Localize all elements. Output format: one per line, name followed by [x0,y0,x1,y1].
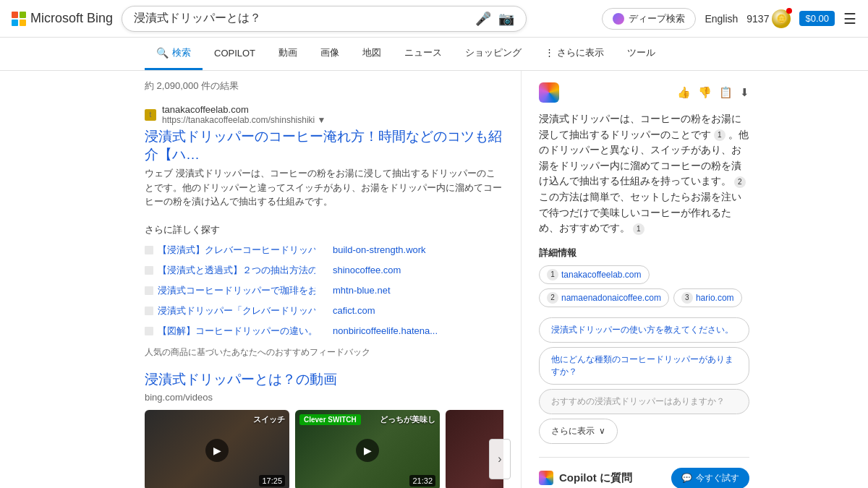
copilot-summary-text: 浸漬式ドリッパーは、コーヒーの粉をお湯に浸して抽出するドリッパーのことです 1 … [539,111,749,236]
copy-button[interactable]: 📋 [719,86,733,99]
show-more-button[interactable]: さらに表示 ∨ [539,419,618,444]
tab-tools[interactable]: ツール [616,38,667,70]
language-button[interactable]: English [705,13,738,25]
chip-num-1: 1 [547,269,558,281]
header: Microsoft Bing 🎤 📷 ディープ検索 English 9137 🪙… [0,0,868,38]
sub-link-favicon [145,246,153,254]
logo-sq-yellow [20,20,26,26]
source-domain: tanakacoffeelab.com [162,104,326,115]
detail-chips: 1 tanakacoffeelab.com 2 namaenadonaicoff… [539,265,749,307]
logo-sq-red [12,12,18,18]
source-info: tanakacoffeelab.com https://tanakacoffee… [162,104,326,125]
video-card[interactable]: Clever SWITCH ▶ どっちが美味し 21:32 【浸漬ドリッパー徹底… [295,410,440,488]
sub-link[interactable]: 【図解】コーヒードリッパーの違い。穴の数は関係 ... [145,322,315,341]
tab-search-label: 検索 [172,46,191,59]
chip-num-3: 3 [681,292,693,304]
mic-icon[interactable]: 🎤 [475,11,491,27]
videos-next-button[interactable]: › [489,439,511,479]
deep-search-label: ディープ検索 [629,12,685,25]
results-column: 約 2,090,000 件の結果 t tanakacoffeelab.com h… [0,71,521,488]
tab-shopping[interactable]: ショッピング [454,38,533,70]
header-right: ディープ検索 English 9137 🪙 $0.00 ☰ [602,8,856,30]
sub-link[interactable]: 浸漬式コーヒードリッパーで珈琲をお手軽に【購入 ... [145,281,315,300]
results-count: 約 2,090,000 件の結果 [145,80,503,93]
hamburger-menu-button[interactable]: ☰ [843,10,856,27]
points-value: 9137 [746,13,769,25]
notification-dot [786,8,792,14]
tab-map[interactable]: 地図 [351,38,393,70]
deep-search-button[interactable]: ディープ検索 [602,8,696,30]
copilot-actions: 👍 👎 📋 ⬇ [677,86,749,99]
sub-link-favicon [145,327,153,335]
video-thumbnail: ▶ スイッチ 17:25 [145,410,289,488]
sub-link-domain[interactable]: cafict.com [333,301,503,320]
suggestion-chip-1[interactable]: 浸漬式ドリッパーの使い方を教えてください。 [539,317,749,343]
camera-icon[interactable]: 📷 [498,11,514,27]
search-bar[interactable]: 🎤 📷 [122,6,527,32]
video-badge: Clever SWITCH [299,414,361,425]
microsoft-logo [12,12,26,26]
tab-copilot[interactable]: COPILOT [203,39,267,69]
play-button[interactable]: ▶ [205,439,229,462]
sub-link-domain[interactable]: shinocoffee.com [333,261,503,280]
detail-header: 詳細情報 [539,247,749,260]
thumbs-up-button[interactable]: 👍 [677,86,691,99]
copilot-ask-header: Copilot に質問 💬 今すぐ試す [539,468,749,488]
chip-label-1: tanakacoffeelab.com [561,270,642,280]
tab-shopping-label: ショッピング [465,46,522,59]
try-now-button[interactable]: 💬 今すぐ試す [671,468,749,488]
tab-more[interactable]: ⋮ さらに表示 [533,38,616,70]
tab-video-label: 動画 [278,46,297,59]
tab-search[interactable]: 🔍 検索 [145,38,203,70]
sub-link-domain[interactable]: build-on-strength.work [333,241,503,260]
copilot-panel-header: 👍 👎 📋 ⬇ [539,82,749,103]
tab-more-label: ⋮ さらに表示 [545,46,604,59]
try-now-icon: 💬 [681,473,692,483]
sub-link[interactable]: 浸漬式ドリッパー「クレバードリッパー」と「HARIO ... [145,301,315,320]
ref-2[interactable]: 2 [734,176,746,188]
copilot-panel: 👍 👎 📋 ⬇ 浸漬式ドリッパーは、コーヒーの粉をお湯に浸して抽出するドリッパー… [539,82,749,488]
detail-chip-2[interactable]: 2 namaenadonaicoffee.com [539,288,669,307]
copilot-ask-section: Copilot に質問 💬 今すぐ試す ✦ 浸漬式ドリッパー クレバー ✦ ハン… [539,457,749,488]
result-title[interactable]: 浸漬式ドリッパーのコーヒー淹れ方！時間などのコツも紹介【ハ… [145,128,503,163]
play-button[interactable]: ▶ [356,439,379,462]
coin-icon: 🪙 [772,9,791,28]
tab-video[interactable]: 動画 [267,38,309,70]
logo-text: Microsoft Bing [30,11,113,26]
dollar-button[interactable]: $0.00 [799,11,835,26]
tab-news[interactable]: ニュース [393,38,454,70]
copilot-logo [539,82,559,103]
sub-link[interactable]: 【浸漬式】クレバーコーヒードリッパーの使い方の ... [145,241,315,260]
sub-link[interactable]: 【浸漬式と透過式】２つの抽出方法の味の違いと ... [145,261,315,280]
video-section-title[interactable]: 浸漬式ドリッパーとは？の動画 [145,370,503,389]
tab-news-label: ニュース [404,46,442,59]
sub-link-domain[interactable]: nonbiricoffeelife.hatena... [333,322,503,341]
videos-row: ▶ スイッチ 17:25 初めての浸漬式ドリッパーを使ってみた正直な感想...説… [145,410,503,488]
search-tab-icon: 🔍 [156,47,169,59]
suggestion-chip-3[interactable]: おすすめの浸漬式ドリッパーはありますか？ [539,389,749,414]
ref-1b[interactable]: 1 [633,223,644,235]
sub-link-domain[interactable]: mhtn-blue.net [333,281,503,300]
video-overlay: ▶ スイッチ 17:25 [145,410,289,488]
chevron-down-icon: ∨ [599,426,605,436]
detail-chip-3[interactable]: 3 hario.com [673,288,742,307]
points-badge: 9137 🪙 [746,9,791,28]
ref-1[interactable]: 1 [714,129,726,141]
detail-chip-1[interactable]: 1 tanakacoffeelab.com [539,265,650,284]
search-input[interactable] [134,12,469,25]
sub-link-favicon [145,307,153,315]
video-brand: スイッチ [253,414,285,425]
download-button[interactable]: ⬇ [740,86,749,99]
source-url: https://tanakacoffeelab.com/shinshishiki… [162,115,326,125]
chip-label-2: namaenadonaicoffee.com [561,293,661,303]
thumbs-down-button[interactable]: 👎 [698,86,712,99]
suggestion-chip-2[interactable]: 他にどんな種類のコーヒードリッパーがありますか？ [539,347,749,385]
video-brand: どっちが美味し [380,414,435,425]
logo[interactable]: Microsoft Bing [12,11,113,26]
video-duration: 21:32 [409,475,435,487]
tab-tools-label: ツール [627,46,655,59]
videos-container: ▶ スイッチ 17:25 初めての浸漬式ドリッパーを使ってみた正直な感想...説… [145,410,503,488]
video-card[interactable]: ▶ スイッチ 17:25 初めての浸漬式ドリッパーを使ってみた正直な感想...説… [145,410,289,488]
video-section: 浸漬式ドリッパーとは？の動画 bing.com/videos ▶ スイッチ 17… [145,370,503,488]
tab-images[interactable]: 画像 [309,38,351,70]
